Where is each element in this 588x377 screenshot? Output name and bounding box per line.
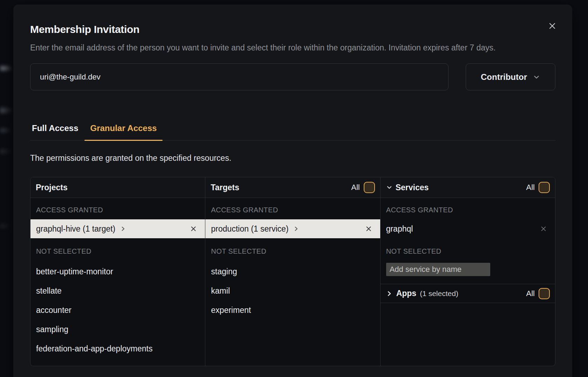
list-item[interactable]: accounter <box>30 301 205 320</box>
remove-target-button[interactable] <box>365 225 372 232</box>
page-backdrop <box>0 0 14 377</box>
chevron-down-icon <box>533 73 540 81</box>
projects-header: Projects <box>30 177 205 198</box>
list-item[interactable]: experiment <box>205 301 380 320</box>
targets-header: Targets All <box>205 177 380 198</box>
list-item[interactable]: stellate <box>30 281 205 301</box>
targets-all-checkbox[interactable] <box>364 182 375 193</box>
remove-project-button[interactable] <box>190 225 197 232</box>
not-selected-label: NOT SELECTED <box>205 238 380 261</box>
targets-column: Targets All ACCESS GRANTED production (1… <box>205 177 380 366</box>
granted-service-row[interactable]: graphql <box>381 219 555 238</box>
chevron-right-icon <box>386 290 393 297</box>
apps-all-toggle[interactable]: All <box>526 288 550 299</box>
chevron-down-icon <box>386 184 393 191</box>
all-label: All <box>351 183 360 192</box>
apps-all-checkbox[interactable] <box>539 288 550 299</box>
apps-label: Apps <box>396 289 417 298</box>
granted-target-row[interactable]: production (1 service) <box>205 219 380 238</box>
granted-project-row[interactable]: graphql-hive (1 target) <box>30 219 205 238</box>
services-column: Services All ACCESS GRANTED graphql NOT … <box>381 177 555 366</box>
close-icon <box>365 225 372 232</box>
services-header[interactable]: Services All <box>381 177 555 198</box>
apps-count: (1 selected) <box>420 289 458 298</box>
targets-list: staging kamil experiment <box>205 261 380 320</box>
list-item[interactable]: sampling <box>30 320 205 339</box>
tab-granular-access[interactable]: Granular Access <box>84 123 163 140</box>
chevron-right-icon <box>293 226 299 232</box>
close-icon <box>548 21 557 30</box>
permissions-note: The permissions are granted on the speci… <box>30 153 555 163</box>
granted-target-name: production (1 service) <box>211 224 288 234</box>
services-header-title: Services <box>396 183 429 192</box>
role-select[interactable]: Contributor <box>466 63 555 90</box>
list-item[interactable]: federation-and-app-deployments <box>30 339 205 358</box>
tab-full-access[interactable]: Full Access <box>30 123 84 140</box>
access-granted-label: ACCESS GRANTED <box>30 198 205 219</box>
dialog-description: Enter the email address of the person yo… <box>30 41 549 54</box>
access-granted-label: ACCESS GRANTED <box>205 198 380 219</box>
chevron-right-icon <box>120 226 126 232</box>
membership-invitation-dialog: Membership Invitation Enter the email ad… <box>13 5 572 377</box>
granted-service-name: graphql <box>386 224 413 234</box>
dialog-title: Membership Invitation <box>13 5 572 35</box>
remove-service-button[interactable] <box>540 225 547 232</box>
projects-header-title: Projects <box>36 183 68 192</box>
not-selected-label: NOT SELECTED <box>381 238 555 261</box>
role-select-value: Contributor <box>481 72 527 82</box>
targets-all-toggle[interactable]: All <box>351 182 375 193</box>
add-service-input[interactable] <box>386 263 490 276</box>
access-tabs: Full Access Granular Access <box>30 123 555 140</box>
all-label: All <box>526 289 535 298</box>
all-label: All <box>526 183 535 192</box>
access-granted-label: ACCESS GRANTED <box>381 198 555 219</box>
granted-project-name: graphql-hive (1 target) <box>36 224 115 234</box>
list-item[interactable]: kamil <box>205 281 380 301</box>
list-item[interactable]: staging <box>205 262 380 281</box>
not-selected-label: NOT SELECTED <box>30 238 205 261</box>
services-all-checkbox[interactable] <box>539 182 550 193</box>
targets-header-title: Targets <box>211 183 239 192</box>
permissions-table: Projects ACCESS GRANTED graphql-hive (1 … <box>30 177 555 366</box>
close-icon <box>190 225 197 232</box>
email-input[interactable] <box>30 63 449 90</box>
invite-form-row: Contributor <box>30 63 555 90</box>
apps-row[interactable]: Apps (1 selected) All <box>381 284 555 303</box>
services-all-toggle[interactable]: All <box>526 182 550 193</box>
close-button[interactable] <box>546 20 558 32</box>
projects-column: Projects ACCESS GRANTED graphql-hive (1 … <box>30 177 205 366</box>
list-item[interactable]: better-uptime-monitor <box>30 262 205 281</box>
projects-list: better-uptime-monitor stellate accounter… <box>30 261 205 358</box>
close-icon <box>540 225 547 232</box>
